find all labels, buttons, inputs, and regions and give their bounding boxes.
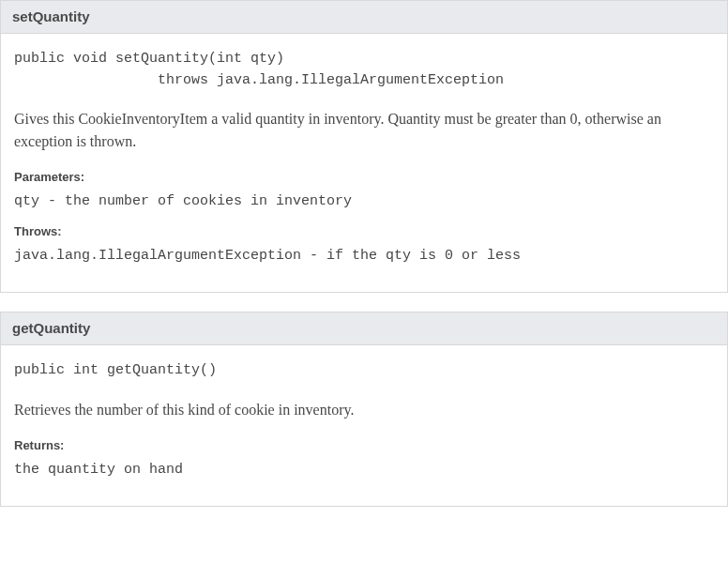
method-name: getQuantity xyxy=(12,320,90,336)
method-body: public void setQuantity(int qty) throws … xyxy=(1,34,727,292)
returns-label: Returns: xyxy=(14,438,714,452)
method-body: public int getQuantity() Retrieves the n… xyxy=(1,345,727,506)
method-signature: public void setQuantity(int qty) throws … xyxy=(14,49,714,91)
method-block-setquantity: setQuantity public void setQuantity(int … xyxy=(0,0,728,293)
method-header: getQuantity xyxy=(1,312,727,345)
method-description: Gives this CookieInventoryItem a valid q… xyxy=(14,108,714,153)
method-signature: public int getQuantity() xyxy=(14,360,714,382)
method-block-getquantity: getQuantity public int getQuantity() Ret… xyxy=(0,312,728,507)
returns-entry: the quantity on hand xyxy=(14,460,714,480)
parameter-entry: qty - the number of cookies in inventory xyxy=(14,191,714,211)
method-header: setQuantity xyxy=(1,1,727,34)
throws-label: Throws: xyxy=(14,224,714,238)
parameters-label: Parameters: xyxy=(14,170,714,184)
method-name: setQuantity xyxy=(12,8,90,24)
method-description: Retrieves the number of this kind of coo… xyxy=(14,399,714,421)
throws-entry: java.lang.IllegalArgumentException - if … xyxy=(14,246,714,266)
